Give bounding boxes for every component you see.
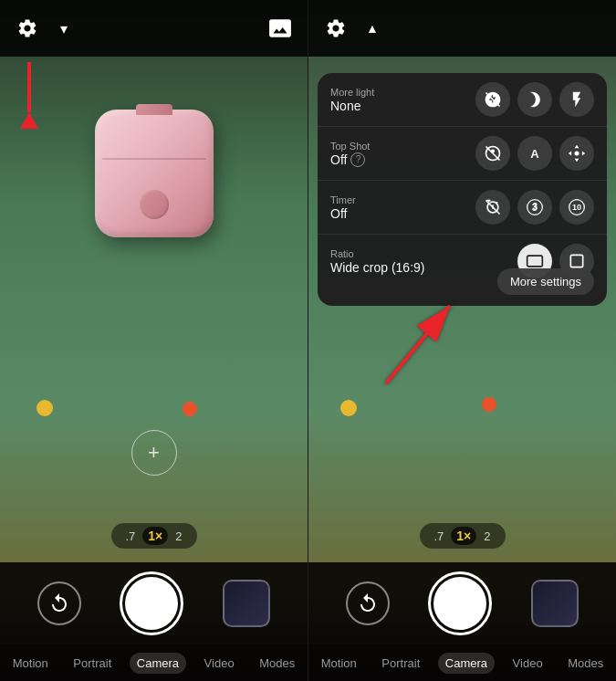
arrow-head bbox=[20, 112, 38, 129]
left-shutter-button[interactable] bbox=[120, 571, 183, 635]
flash-icon bbox=[568, 90, 586, 109]
left-mode-bar: Motion Portrait Camera Video Modes bbox=[0, 644, 308, 681]
right-top-bar: ▲ bbox=[308, 0, 616, 57]
left-camera-controls bbox=[0, 562, 308, 644]
more-light-night-btn[interactable] bbox=[517, 82, 552, 117]
right-thumbnail[interactable] bbox=[531, 580, 579, 627]
top-shot-label: Top Shot Off ? bbox=[330, 141, 475, 167]
right-shutter-inner bbox=[433, 577, 486, 630]
zoom-07-btn[interactable]: .7 bbox=[120, 528, 141, 545]
svg-line-14 bbox=[386, 306, 450, 383]
mode-portrait-right[interactable]: Portrait bbox=[374, 653, 427, 674]
right-zoom-1x-btn[interactable]: 1× bbox=[451, 527, 476, 545]
crosshair bbox=[131, 430, 177, 476]
settings-gear-button[interactable] bbox=[11, 12, 44, 45]
right-rotate-button[interactable] bbox=[346, 581, 390, 625]
top-shot-options: A bbox=[475, 136, 594, 171]
left-top-bar-left: ▾ bbox=[11, 12, 80, 45]
mode-portrait-left[interactable]: Portrait bbox=[66, 653, 119, 674]
timer-10-icon: 10 bbox=[568, 198, 586, 216]
timer-off-btn[interactable] bbox=[475, 190, 510, 225]
settings-row-timer: Timer Off 3 3 bbox=[318, 181, 607, 235]
more-light-flash-btn[interactable] bbox=[559, 82, 594, 117]
left-red-arrow bbox=[20, 62, 38, 131]
svg-point-4 bbox=[575, 152, 579, 156]
ratio-value: Wide crop (16:9) bbox=[330, 260, 517, 275]
ratio-title: Ratio bbox=[330, 248, 517, 259]
more-light-title: More light bbox=[330, 87, 475, 98]
mode-video-right[interactable]: Video bbox=[506, 653, 550, 674]
top-shot-value: Off ? bbox=[330, 152, 475, 167]
mode-modes-left[interactable]: Modes bbox=[252, 653, 302, 674]
dot-yellow-left bbox=[37, 400, 53, 416]
mode-motion-left[interactable]: Motion bbox=[5, 653, 56, 674]
right-zoom-controls: .7 1× 2 bbox=[419, 523, 505, 549]
left-thumbnail[interactable] bbox=[223, 580, 270, 627]
rotate-icon bbox=[48, 592, 70, 614]
more-light-label: More light None bbox=[330, 87, 475, 113]
dot-yellow-right bbox=[340, 400, 357, 416]
timer-3s-btn[interactable]: 3 3 bbox=[517, 190, 552, 225]
right-red-arrow bbox=[359, 292, 477, 396]
mode-modes-right[interactable]: Modes bbox=[560, 653, 611, 674]
airpods-hinge bbox=[136, 104, 172, 115]
ratio-square-icon bbox=[568, 252, 586, 270]
right-mode-bar: Motion Portrait Camera Video Modes bbox=[308, 644, 616, 681]
mode-camera-right[interactable]: Camera bbox=[438, 653, 495, 674]
right-settings-gear-button[interactable] bbox=[319, 12, 352, 45]
left-panel: ▾ .7 1× 2 bbox=[0, 0, 308, 681]
top-shot-help-icon[interactable]: ? bbox=[350, 152, 365, 167]
timer-options: 3 3 10 bbox=[475, 190, 594, 225]
svg-text:3: 3 bbox=[533, 202, 538, 212]
airpods-lid-line bbox=[102, 158, 206, 160]
gallery-button[interactable] bbox=[264, 12, 297, 45]
mode-video-left[interactable]: Video bbox=[197, 653, 242, 674]
mode-motion-right[interactable]: Motion bbox=[314, 653, 364, 674]
settings-panel: More light None bbox=[318, 73, 607, 306]
more-light-block-btn[interactable] bbox=[475, 82, 510, 117]
top-shot-auto-btn[interactable]: A bbox=[517, 136, 552, 171]
svg-rect-12 bbox=[570, 255, 582, 267]
right-top-bar-left: ▲ bbox=[319, 12, 389, 45]
top-shot-off-icon bbox=[484, 144, 502, 162]
right-zoom-2x-btn[interactable]: 2 bbox=[478, 528, 496, 545]
svg-text:10: 10 bbox=[572, 203, 581, 212]
right-panel: ▲ More light None bbox=[308, 0, 616, 681]
auto-label: A bbox=[530, 147, 538, 161]
timer-value: Off bbox=[330, 206, 475, 221]
zoom-1x-btn[interactable]: 1× bbox=[142, 527, 168, 545]
airpods-case bbox=[95, 110, 214, 237]
timer-title: Timer bbox=[330, 194, 475, 205]
top-shot-off-btn[interactable] bbox=[475, 136, 510, 171]
diagonal-arrow-svg bbox=[359, 292, 477, 393]
dot-orange-left bbox=[183, 402, 197, 416]
more-settings-button[interactable]: More settings bbox=[497, 268, 594, 295]
top-shot-title: Top Shot bbox=[330, 141, 475, 152]
ratio-wide-icon bbox=[526, 252, 544, 270]
left-shutter-inner bbox=[125, 577, 178, 630]
airpods-button bbox=[140, 190, 169, 219]
settings-row-more-light: More light None bbox=[318, 73, 607, 127]
more-light-value: None bbox=[330, 99, 475, 113]
dot-orange-right bbox=[482, 397, 496, 412]
left-zoom-controls: .7 1× 2 bbox=[110, 523, 196, 549]
left-rotate-button[interactable] bbox=[37, 581, 81, 625]
gallery-icon bbox=[268, 16, 292, 40]
right-shutter-button[interactable] bbox=[428, 571, 492, 635]
gear-icon bbox=[16, 17, 38, 39]
zoom-2x-btn[interactable]: 2 bbox=[170, 528, 187, 545]
block-icon bbox=[484, 90, 502, 109]
mode-camera-left[interactable]: Camera bbox=[130, 653, 186, 674]
timer-label: Timer Off bbox=[330, 194, 475, 221]
night-icon bbox=[526, 90, 544, 109]
left-top-bar: ▾ bbox=[0, 0, 308, 57]
timer-3-icon: 3 3 bbox=[526, 198, 544, 216]
timer-10s-btn[interactable]: 10 bbox=[559, 190, 594, 225]
right-chevron-up-button[interactable]: ▲ bbox=[356, 12, 389, 45]
right-rotate-icon bbox=[357, 592, 379, 614]
top-shot-burst-btn[interactable] bbox=[559, 136, 594, 171]
chevron-down-button[interactable]: ▾ bbox=[47, 12, 80, 45]
svg-rect-11 bbox=[527, 256, 543, 267]
right-gear-icon bbox=[325, 17, 347, 39]
right-zoom-07-btn[interactable]: .7 bbox=[428, 528, 449, 545]
